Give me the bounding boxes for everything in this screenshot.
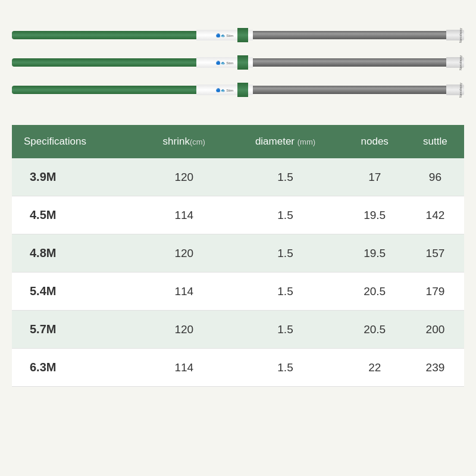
rod-carbon-1 <box>253 31 446 39</box>
rod-band-2: 🔵 🐟 Stim <box>196 57 253 68</box>
cell-spec-4: 5.7M <box>12 311 140 349</box>
cell-nodes-2: 19.5 <box>343 234 406 273</box>
rod-endcap-1: Narcolepsy <box>446 30 464 40</box>
rods-wrapper: 🔵 🐟 Stim Narcolepsy 🔵 🐟 Stim <box>12 12 464 113</box>
rod-label-3: 🔵 🐟 Stim <box>216 88 233 92</box>
rod-band-1: 🔵 🐟 Stim <box>196 30 253 40</box>
cell-shrink-0: 120 <box>140 158 227 196</box>
cell-spec-3: 5.4M <box>12 273 140 311</box>
rod-3: 🔵 🐟 Stim Narcolepsy <box>12 79 464 101</box>
table-row: 4.8M1201.519.5157 <box>12 234 464 273</box>
cell-shrink-1: 114 <box>140 196 227 234</box>
rod-endtext-3: Narcolepsy <box>459 83 462 98</box>
rod-label-2: 🔵 🐟 Stim <box>216 61 233 65</box>
cell-spec-0: 3.9M <box>12 158 140 196</box>
cell-diameter-5: 1.5 <box>227 349 343 387</box>
rod-handle-2 <box>12 58 196 67</box>
cell-shrink-2: 120 <box>140 234 227 273</box>
col-header-suttle: suttle <box>406 125 464 158</box>
rod-handle-1 <box>12 31 196 39</box>
table-row: 5.7M1201.520.5200 <box>12 311 464 349</box>
col-header-spec: Specifications <box>12 125 140 158</box>
table-row: 4.5M1141.519.5142 <box>12 196 464 234</box>
cell-spec-2: 4.8M <box>12 234 140 273</box>
rod-endtext-1: Narcolepsy <box>459 28 462 43</box>
rod-2: 🔵 🐟 Stim Narcolepsy <box>12 51 464 74</box>
col-header-nodes: nodes <box>343 125 406 158</box>
cell-spec-1: 4.5M <box>12 196 140 234</box>
cell-spec-5: 6.3M <box>12 349 140 387</box>
cell-nodes-1: 19.5 <box>343 196 406 234</box>
rod-carbon-3 <box>253 86 446 94</box>
col-header-shrink: shrink(cm) <box>140 125 227 158</box>
table-row: 3.9M1201.51796 <box>12 158 464 196</box>
table-row: 6.3M1141.522239 <box>12 349 464 387</box>
cell-suttle-1: 142 <box>406 196 464 234</box>
cell-shrink-5: 114 <box>140 349 227 387</box>
cell-suttle-4: 200 <box>406 311 464 349</box>
rods-section: 🔵 🐟 Stim Narcolepsy 🔵 🐟 Stim <box>0 0 476 125</box>
cell-nodes-5: 22 <box>343 349 406 387</box>
rod-handle-3 <box>12 86 196 94</box>
cell-nodes-4: 20.5 <box>343 311 406 349</box>
rod-endtext-2: Narcolepsy <box>459 55 462 70</box>
rod-1: 🔵 🐟 Stim Narcolepsy <box>12 24 464 46</box>
cell-suttle-3: 179 <box>406 273 464 311</box>
cell-diameter-1: 1.5 <box>227 196 343 234</box>
cell-suttle-0: 96 <box>406 158 464 196</box>
cell-diameter-2: 1.5 <box>227 234 343 273</box>
rod-endcap-2: Narcolepsy <box>446 57 464 68</box>
cell-nodes-0: 17 <box>343 158 406 196</box>
cell-suttle-5: 239 <box>406 349 464 387</box>
table-header-row: Specifications shrink(cm) diameter (mm) … <box>12 125 464 158</box>
cell-diameter-4: 1.5 <box>227 311 343 349</box>
cell-nodes-3: 20.5 <box>343 273 406 311</box>
cell-diameter-0: 1.5 <box>227 158 343 196</box>
rod-band-3: 🔵 🐟 Stim <box>196 84 253 95</box>
rod-label-1: 🔵 🐟 Stim <box>216 33 233 37</box>
col-header-diameter: diameter (mm) <box>227 125 343 158</box>
cell-shrink-4: 120 <box>140 311 227 349</box>
specs-table: Specifications shrink(cm) diameter (mm) … <box>12 125 464 387</box>
cell-diameter-3: 1.5 <box>227 273 343 311</box>
table-row: 5.4M1141.520.5179 <box>12 273 464 311</box>
rod-carbon-2 <box>253 58 446 67</box>
table-section: Specifications shrink(cm) diameter (mm) … <box>12 125 464 387</box>
table-body: 3.9M1201.517964.5M1141.519.51424.8M1201.… <box>12 158 464 387</box>
page-container: 🔵 🐟 Stim Narcolepsy 🔵 🐟 Stim <box>0 0 476 476</box>
rod-endcap-3: Narcolepsy <box>446 84 464 95</box>
cell-shrink-3: 114 <box>140 273 227 311</box>
cell-suttle-2: 157 <box>406 234 464 273</box>
